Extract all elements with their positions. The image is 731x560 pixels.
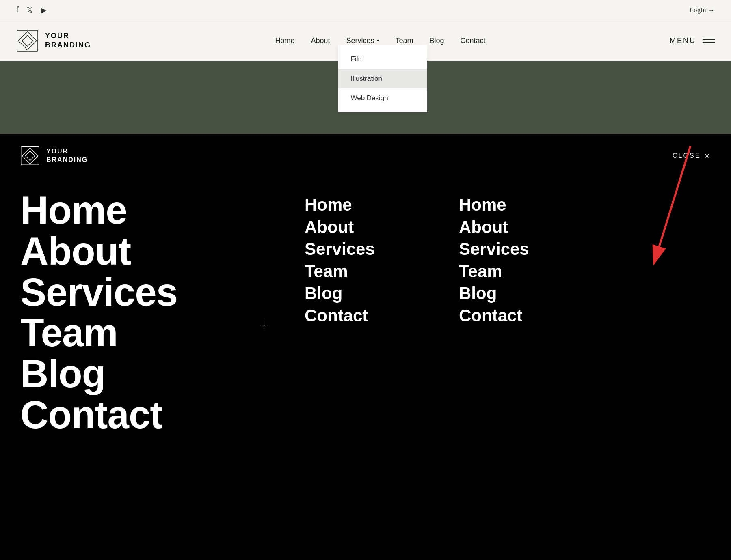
nav-services-wrapper: Services ▾ Film Illustration Web Design — [346, 37, 379, 45]
nav-about[interactable]: About — [311, 37, 330, 45]
close-label: CLOSE — [673, 152, 701, 159]
top-bar: f 𝕏 ▶ Login → — [0, 0, 731, 20]
overlay-logo-text: YOUR BRANDING — [46, 147, 88, 164]
mid-nav-contact[interactable]: Contact — [305, 305, 459, 327]
logo-text: YOUR BRANDING — [45, 31, 91, 50]
services-dropdown: Film Illustration Web Design — [338, 45, 427, 112]
right-nav-home[interactable]: Home — [459, 194, 711, 216]
nav-team[interactable]: Team — [396, 37, 413, 45]
nav-blog[interactable]: Blog — [430, 37, 444, 45]
close-icon: × — [705, 151, 711, 161]
menu-button[interactable]: MENU — [670, 37, 715, 45]
big-menu-team[interactable]: Team — [20, 312, 223, 353]
dropdown-illustration[interactable]: Illustration — [338, 69, 427, 88]
login-link[interactable]: Login → — [690, 6, 715, 14]
mid-nav-services[interactable]: Services — [305, 238, 459, 261]
twitter-icon[interactable]: 𝕏 — [27, 6, 33, 15]
menu-overlay: YOUR BRANDING CLOSE × Home About Service… — [0, 134, 731, 560]
big-menu-blog[interactable]: Blog — [20, 353, 223, 394]
chevron-down-icon: ▾ — [377, 38, 379, 43]
nav-services-label: Services — [346, 37, 374, 45]
big-menu-contact[interactable]: Contact — [20, 394, 223, 435]
header: YOUR BRANDING Home About Services ▾ Film… — [0, 20, 731, 61]
right-nav-team[interactable]: Team — [459, 261, 711, 283]
overlay-logo-icon — [20, 146, 40, 166]
menu-bar-1 — [703, 39, 715, 40]
close-button[interactable]: CLOSE × — [673, 151, 711, 161]
svg-marker-2 — [22, 35, 33, 46]
nav-services[interactable]: Services ▾ — [346, 37, 379, 45]
right-nav-blog[interactable]: Blog — [459, 282, 711, 305]
right-nav-about[interactable]: About — [459, 216, 711, 239]
svg-marker-6 — [22, 148, 38, 164]
social-icons: f 𝕏 ▶ — [16, 6, 47, 15]
middle-nav: Home About Services Team Blog Contact — [305, 182, 459, 435]
menu-label: MENU — [670, 37, 696, 45]
right-nav: Home About Services Team Blog Contact — [459, 182, 711, 435]
svg-rect-0 — [17, 30, 38, 51]
overlay-content: Home About Services Team Blog Contact + … — [0, 166, 731, 456]
mid-nav-blog[interactable]: Blog — [305, 282, 459, 305]
main-nav: Home About Services ▾ Film Illustration … — [275, 37, 485, 45]
right-nav-services[interactable]: Services — [459, 238, 711, 261]
mid-nav-home[interactable]: Home — [305, 194, 459, 216]
overlay-logo[interactable]: YOUR BRANDING — [20, 146, 88, 166]
dropdown-webdesign[interactable]: Web Design — [338, 88, 427, 108]
youtube-icon[interactable]: ▶ — [41, 6, 47, 15]
plus-area: + — [223, 182, 305, 435]
big-menu-home[interactable]: Home — [20, 190, 223, 231]
nav-home[interactable]: Home — [275, 37, 294, 45]
overlay-top: YOUR BRANDING CLOSE × — [0, 134, 731, 166]
menu-bar-2 — [703, 42, 715, 43]
logo-icon — [16, 30, 39, 52]
dropdown-film[interactable]: Film — [338, 50, 427, 69]
svg-marker-1 — [18, 32, 37, 50]
svg-marker-7 — [25, 151, 35, 161]
plus-icon[interactable]: + — [260, 315, 269, 334]
big-menu: Home About Services Team Blog Contact — [20, 182, 223, 435]
mid-nav-team[interactable]: Team — [305, 261, 459, 283]
mid-nav-about[interactable]: About — [305, 216, 459, 239]
hamburger-icon — [703, 39, 715, 43]
big-menu-about[interactable]: About — [20, 231, 223, 272]
nav-contact[interactable]: Contact — [461, 37, 486, 45]
right-nav-contact[interactable]: Contact — [459, 305, 711, 327]
big-menu-services[interactable]: Services — [20, 272, 223, 313]
svg-rect-5 — [21, 147, 39, 165]
logo[interactable]: YOUR BRANDING — [16, 30, 91, 52]
facebook-icon[interactable]: f — [16, 6, 19, 14]
